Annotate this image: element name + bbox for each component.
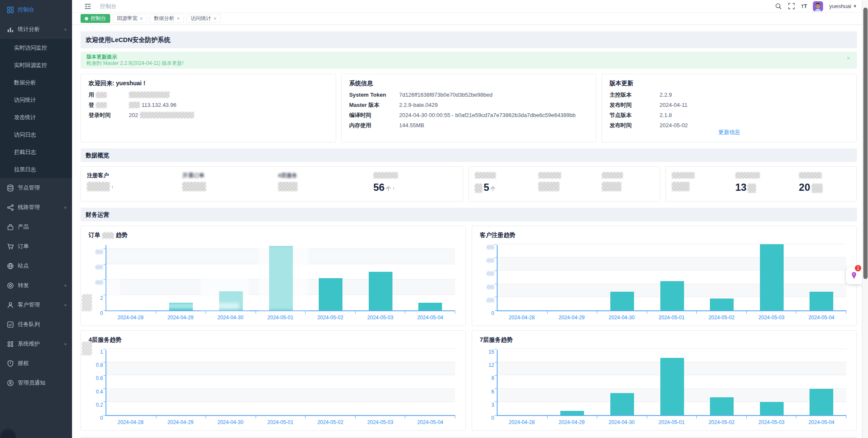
avatar[interactable] xyxy=(813,1,823,11)
tab-page-3[interactable]: 访问统计× xyxy=(186,14,221,23)
stat-value: 56个↑ xyxy=(373,182,463,193)
sidebar-item-product[interactable]: 产品 xyxy=(0,217,72,237)
stat-value-number: 5 xyxy=(484,182,489,193)
close-icon[interactable]: × xyxy=(140,16,143,21)
sidebar-subitem-blacklist-logs[interactable]: 拉黑日志 xyxy=(0,161,72,178)
chart-x-labels: 2024-04-282024-04-292024-04-302024-05-01… xyxy=(497,419,846,425)
bar-2024-05-01 xyxy=(660,358,684,415)
feedback-pin-widget[interactable]: 1 xyxy=(846,267,862,284)
value-text: 2024-05-02 xyxy=(659,122,688,129)
close-icon[interactable]: × xyxy=(177,16,180,21)
y-tick-label xyxy=(481,298,494,302)
sidebar-item-customer-management[interactable]: 客户管理∨ xyxy=(0,295,72,315)
tab-page-2[interactable]: 数据分析× xyxy=(150,14,184,23)
pin-icon xyxy=(850,271,858,280)
sidebar-subitem-attack-stats[interactable]: 攻击统计 xyxy=(0,109,72,126)
bar-2024-05-03 xyxy=(760,244,784,310)
stat-label xyxy=(602,172,659,179)
sidebar-item-stats-analysis[interactable]: 统计分析∧ xyxy=(0,20,72,39)
sidebar-item-label: 站点 xyxy=(18,262,67,270)
stat-label xyxy=(373,172,463,179)
y-tick-label xyxy=(90,249,103,254)
sidebar-item-system-maintenance[interactable]: 系统维护∨ xyxy=(0,334,72,354)
y-tick-mark xyxy=(495,362,497,363)
y-tick-mark xyxy=(103,295,106,295)
chevron-down-icon[interactable]: ▾ xyxy=(854,3,856,9)
stats-row: 注册客户↑开通订单4层服务56个↑5个1320 xyxy=(81,166,857,202)
sidebar-subitem-block-logs[interactable]: 拦截日志 xyxy=(0,143,72,161)
x-tick-mark xyxy=(206,416,206,418)
label-text: 发布时间 xyxy=(609,101,632,109)
stat-card-1: 5个 xyxy=(468,166,660,202)
gridline xyxy=(498,349,846,349)
sidebar-item-authorization[interactable]: 授权 xyxy=(0,354,72,373)
update-info-link[interactable]: 更新信息 xyxy=(602,128,857,136)
font-size-icon[interactable]: TT xyxy=(801,3,807,9)
sidebar: 控制台统计分析∧实时访问监控实时回源监控数据分析访问统计攻击统计访问日志拦截日志… xyxy=(0,0,72,438)
topbar: 控制台 TT yueshuai ▾ xyxy=(72,0,862,13)
bar-2024-05-02 xyxy=(710,299,734,310)
fullscreen-icon[interactable] xyxy=(788,3,795,10)
info-row-label: 主控版本 xyxy=(609,91,659,98)
redacted-block xyxy=(129,102,140,108)
sidebar-item-forwarding[interactable]: 转发∨ xyxy=(0,276,72,295)
sidebar-item-line-management[interactable]: 线路管理∨ xyxy=(0,198,72,217)
x-tick-mark xyxy=(647,311,647,314)
stat-item xyxy=(666,172,729,196)
redacted-block xyxy=(672,182,690,191)
y-tick-label: 0.8 xyxy=(90,362,103,368)
chart-title: 4层服务趋势 xyxy=(89,336,458,344)
sidebar-item-label: 控制台 xyxy=(18,6,67,14)
stat-value-number: 20 xyxy=(799,182,810,193)
menu-collapse-icon[interactable] xyxy=(84,3,92,10)
chart-plot: 03691215 xyxy=(497,350,846,416)
site-icon xyxy=(7,262,14,270)
page-scrollbar[interactable] xyxy=(862,0,868,438)
modules-icon xyxy=(7,340,14,348)
label-text: 登录时间 xyxy=(89,112,111,119)
stat-item: 5个 xyxy=(469,172,532,196)
y-tick-mark xyxy=(103,362,106,363)
x-axis-label: 2024-04-30 xyxy=(597,419,647,425)
sidebar-item-admin-notice[interactable]: 管理员通知 xyxy=(0,373,72,393)
info-row-value: 2024-04-30 00:00:55 - b0af21e59cd7a7e738… xyxy=(399,112,576,119)
stat-value-number: 13 xyxy=(735,182,747,193)
sidebar-item-label: 客户管理 xyxy=(18,301,64,309)
sidebar-subitem-access-logs[interactable]: 访问日志 xyxy=(0,126,72,143)
tab-page-1[interactable]: 回源带宽× xyxy=(113,14,147,23)
sidebar-item-sites[interactable]: 站点 xyxy=(0,256,72,276)
redacted-block xyxy=(487,285,494,289)
sidebar-item-orders[interactable]: 订单 xyxy=(0,237,72,256)
info-row-value: 2.2.9 xyxy=(659,91,672,98)
x-tick-mark xyxy=(206,311,206,314)
system-info-card: 系统信息 System Token7d126ff1638f873b0e70d3b… xyxy=(341,74,597,142)
tab-dashboard[interactable]: 控制台 xyxy=(81,14,110,23)
info-row-value: 2.2.9-bate.0429 xyxy=(399,101,438,109)
sidebar-item-node-management[interactable]: 节点管理 xyxy=(0,178,72,198)
sidebar-subitem-access-stats[interactable]: 访问统计 xyxy=(0,91,72,109)
sidebar-subitem-realtime-access-monitor[interactable]: 实时访问监控 xyxy=(0,39,72,56)
redacted-block xyxy=(672,172,695,179)
stat-card-0: 注册客户↑开通订单4层服务56个↑ xyxy=(81,166,463,202)
user-icon xyxy=(7,301,14,309)
close-icon[interactable]: × xyxy=(214,16,217,21)
stat-value-unit: 个 xyxy=(386,184,391,193)
gridline xyxy=(498,257,846,257)
up-arrow-icon: ↑ xyxy=(111,183,114,191)
bar-2024-04-29 xyxy=(560,411,584,415)
info-row-label: 用 xyxy=(89,91,129,98)
y-tick-mark xyxy=(103,388,106,389)
username[interactable]: yueshuai xyxy=(829,3,851,9)
sidebar-item-task-queue[interactable]: 任务队列 xyxy=(0,315,72,334)
sidebar-subitem-realtime-origin-monitor[interactable]: 实时回源监控 xyxy=(0,56,72,74)
info-row-label: 登录时间 xyxy=(89,112,129,119)
sidebar-item-dashboard[interactable]: 控制台 xyxy=(0,0,72,20)
search-icon[interactable] xyxy=(775,3,782,10)
redaction-smudge xyxy=(258,245,309,310)
sidebar-subitem-data-analysis[interactable]: 数据分析 xyxy=(0,74,72,91)
x-tick-mark xyxy=(796,416,796,418)
close-icon[interactable]: × xyxy=(847,55,850,61)
scrollbar-thumb[interactable] xyxy=(863,8,868,279)
redacted-block xyxy=(140,112,194,118)
info-row: 发布时间2024-05-02 xyxy=(609,122,849,129)
